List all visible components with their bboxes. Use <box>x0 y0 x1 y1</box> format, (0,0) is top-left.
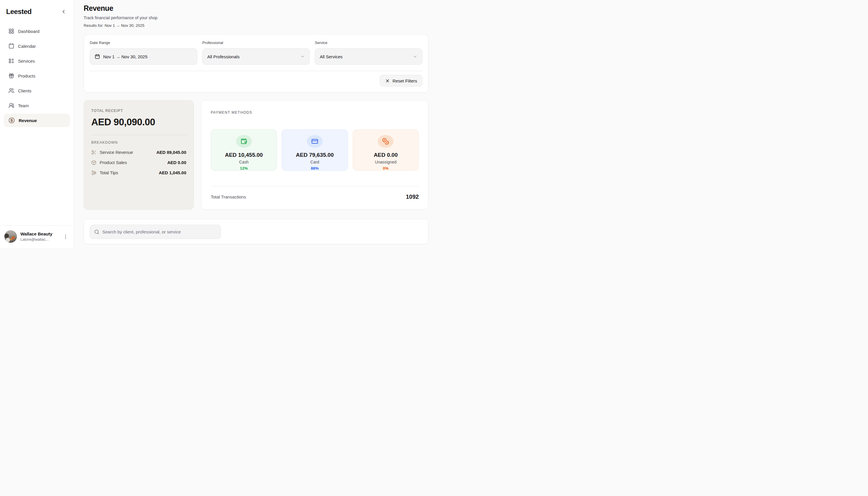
credit-card-icon <box>307 135 323 148</box>
dollar-circle-icon <box>9 117 15 124</box>
dashboard-grid-icon <box>9 28 14 34</box>
calendar-icon <box>9 43 14 49</box>
sidebar: Leested Dashboard Calendar <box>0 0 74 248</box>
gift-icon <box>9 73 14 79</box>
search-card <box>84 219 429 244</box>
tile-label: Card <box>310 160 319 164</box>
tile-label: Cash <box>239 160 249 164</box>
profile-text: Wallace Beauty Latore@wallac... <box>20 231 52 242</box>
payment-tile-card: AED 79,635.00 Card 88% <box>282 129 348 171</box>
reset-filters-button[interactable]: Reset Filters <box>380 75 422 87</box>
results-range-text: Results for: Nov 1 → Nov 30, 2025 <box>84 23 429 28</box>
app-logo: Leested <box>6 7 31 16</box>
sidebar-item-label: Revenue <box>19 118 37 123</box>
page-subtitle: Track financial performance of your shop <box>84 15 429 20</box>
sidebar-item-products[interactable]: Products <box>4 69 70 82</box>
chevron-left-icon <box>61 9 66 15</box>
reset-filters-label: Reset Filters <box>393 78 417 83</box>
sidebar-header: Leested <box>0 0 74 16</box>
sidebar-item-team[interactable]: Team <box>4 99 70 112</box>
breakdown-row-total-tips: Total Tips AED 1,045.00 <box>91 170 186 176</box>
coins-icon <box>378 135 393 148</box>
x-icon <box>385 78 390 83</box>
calendar-icon <box>95 54 100 59</box>
tile-amount: AED 79,635.00 <box>296 152 334 158</box>
profile-email: Latore@wallac... <box>20 237 52 242</box>
sidebar-item-label: Services <box>18 59 35 63</box>
avatar[interactable] <box>4 230 17 243</box>
hand-coins-icon <box>91 170 96 175</box>
tile-percent: 12% <box>240 166 248 170</box>
sidebar-item-services[interactable]: Services <box>4 54 70 67</box>
total-receipt-amount: AED 90,090.00 <box>91 117 186 128</box>
team-users-icon <box>9 103 14 108</box>
package-icon <box>91 160 96 165</box>
total-receipt-card: TOTAL RECEIPT AED 90,090.00 BREAKDOWN Se… <box>84 100 194 210</box>
breakdown-row-label: Service Revenue <box>100 150 133 155</box>
tile-amount: AED 10,455.00 <box>225 152 263 158</box>
receipt-divider <box>91 135 186 135</box>
payment-tile-cash: AED 10,455.00 Cash 12% <box>211 129 277 171</box>
chevron-down-icon <box>300 54 305 59</box>
breakdown-row-value: AED 1,045.00 <box>159 170 186 175</box>
total-receipt-label: TOTAL RECEIPT <box>91 109 186 113</box>
date-range-picker[interactable]: Nov 1 → Nov 30, 2025 <box>90 48 197 65</box>
sidebar-item-clients[interactable]: Clients <box>4 84 70 97</box>
breakdown-row-value: AED 0.00 <box>167 160 186 165</box>
professional-value: All Professionals <box>207 54 239 59</box>
date-range-value: Nov 1 → Nov 30, 2025 <box>103 54 148 59</box>
tile-percent: 0% <box>383 166 389 170</box>
profile-name: Wallace Beauty <box>20 231 52 236</box>
search-input[interactable] <box>102 229 217 234</box>
professional-label: Professional <box>202 41 310 45</box>
profile-section: Wallace Beauty Latore@wallac... <box>0 225 74 248</box>
payments-divider <box>211 186 419 186</box>
total-transactions-label: Total Transactions <box>211 195 246 199</box>
tile-amount: AED 0.00 <box>374 152 398 158</box>
wallet-icon <box>236 135 252 148</box>
date-range-label: Date Range <box>90 41 197 45</box>
sidebar-item-dashboard[interactable]: Dashboard <box>4 25 70 38</box>
breakdown-row-label: Total Tips <box>100 170 118 175</box>
service-value: All Services <box>320 54 342 59</box>
payment-methods-label: PAYMENT METHODS <box>211 110 419 114</box>
search-box <box>90 225 221 239</box>
service-label: Service <box>315 41 422 45</box>
chevron-down-icon <box>413 54 417 59</box>
search-icon <box>94 229 99 235</box>
sidebar-collapse-button[interactable] <box>60 7 68 16</box>
breakdown-row-product-sales: Product Sales AED 0.00 <box>91 159 186 166</box>
breakdown-row-service-revenue: Service Revenue AED 89,045.00 <box>91 149 186 155</box>
sidebar-item-label: Team <box>18 103 29 108</box>
app-root: Leested Dashboard Calendar <box>0 0 434 248</box>
main-content: Revenue Track financial performance of y… <box>74 0 434 248</box>
sidebar-nav: Dashboard Calendar Services Products <box>0 25 74 127</box>
filters-card: Date Range Nov 1 → Nov 30, 2025 Professi… <box>84 34 429 93</box>
users-icon <box>9 88 14 94</box>
sidebar-item-revenue[interactable]: Revenue <box>4 114 70 127</box>
payment-methods-card: PAYMENT METHODS AED 10,455.00 Cash 12% <box>201 100 429 210</box>
tile-label: Unassigned <box>375 160 397 164</box>
sidebar-item-label: Products <box>18 74 35 78</box>
payment-tile-unassigned: AED 0.00 Unassigned 0% <box>353 129 419 171</box>
service-select[interactable]: All Services <box>315 48 422 65</box>
breakdown-label: BREAKDOWN <box>91 140 186 144</box>
sidebar-item-label: Clients <box>18 88 31 93</box>
total-transactions-value: 1092 <box>406 193 419 200</box>
breakdown-row-label: Product Sales <box>100 160 127 165</box>
profile-menu-button[interactable] <box>62 233 69 241</box>
sidebar-item-label: Calendar <box>18 44 36 49</box>
sidebar-item-label: Dashboard <box>18 29 40 34</box>
filters-divider <box>90 71 422 71</box>
services-list-icon <box>9 58 14 64</box>
scissors-icon <box>91 150 96 155</box>
kebab-menu-icon <box>63 234 68 239</box>
page-title: Revenue <box>84 4 429 13</box>
tile-percent: 88% <box>311 166 319 170</box>
professional-select[interactable]: All Professionals <box>202 48 310 65</box>
breakdown-row-value: AED 89,045.00 <box>156 150 186 155</box>
sidebar-item-calendar[interactable]: Calendar <box>4 39 70 53</box>
